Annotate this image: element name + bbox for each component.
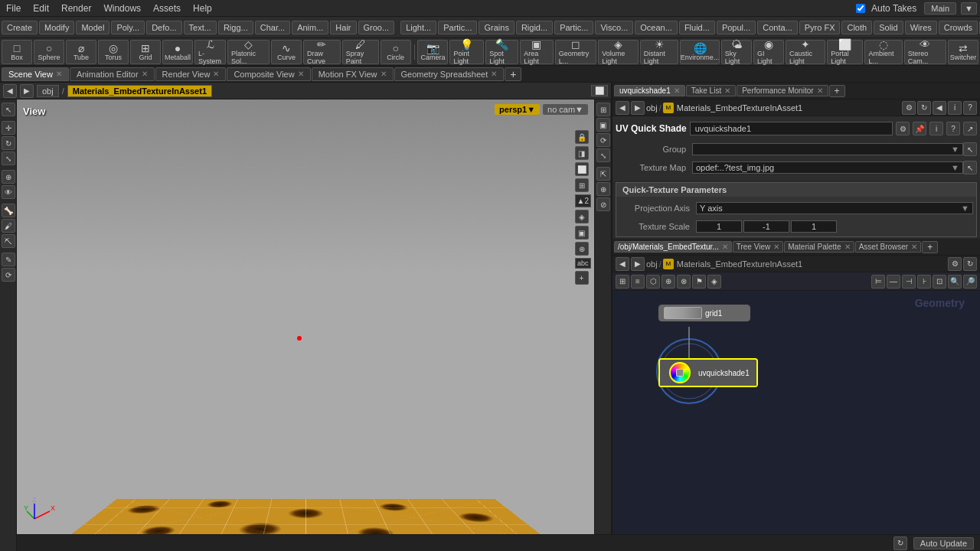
vrt-btn6[interactable]: ⊕ [596, 182, 610, 196]
shelf-char[interactable]: Char... [255, 21, 290, 34]
vp-geo-btn[interactable]: ◈ [575, 210, 589, 223]
vp-lock-btn[interactable]: 🔒 [575, 130, 589, 144]
vlt-edit[interactable]: ✎ [2, 253, 15, 266]
menu-render[interactable]: Render [58, 2, 94, 15]
shelf-solid[interactable]: Solid [874, 21, 903, 34]
shelf-poly[interactable]: Poly... [111, 21, 145, 34]
auto-update-btn[interactable]: Auto Update [913, 537, 974, 549]
tool-metaball[interactable]: ●Metaball [162, 40, 193, 64]
vlt-viewstate[interactable]: 👁 [2, 185, 15, 199]
viewport-3d[interactable]: ↖ ✛ ↻ ⤡ ⊕ 👁 🦴 🖌 ⛏ ✎ ⟳ [0, 99, 611, 551]
vp-disp-btn[interactable]: ⬜ [575, 162, 589, 176]
tab-close-scene[interactable]: ✕ [56, 70, 62, 78]
shelf-modify[interactable]: Modify [39, 21, 74, 34]
uvqs-pin-btn[interactable]: 📌 [913, 122, 926, 135]
shelf-crowds[interactable]: Crowds [939, 21, 978, 34]
path-collapse-btn[interactable]: ◀ [933, 101, 946, 115]
shelf-anim[interactable]: Anim... [292, 21, 328, 34]
rtab-perfmon[interactable]: Performance Monitor ✕ [737, 85, 828, 96]
vlt-handle[interactable]: ⊕ [2, 170, 15, 184]
tab-geo-spreadsheet[interactable]: Geometry Spreadsheet ✕ [394, 67, 505, 81]
tool-spotlight[interactable]: 🔦Spot Light [485, 40, 518, 64]
vrt-btn5[interactable]: ⇱ [596, 167, 610, 181]
ne-grid-btn[interactable]: ⊞ [616, 275, 629, 289]
tool-volumelight[interactable]: ◈Volume Light [598, 40, 638, 64]
ne-net-btn[interactable]: ⬡ [646, 275, 660, 289]
ntab-close-mat[interactable]: ✕ [722, 243, 728, 251]
rtab-uvquickshade[interactable]: uvquickshade1 ✕ [614, 85, 685, 96]
group-dropdown[interactable]: ▼ [692, 143, 963, 155]
vlt-move[interactable]: ✛ [2, 121, 15, 135]
vrt-btn7[interactable]: ⊘ [596, 197, 610, 211]
shelf-rigid[interactable]: Rigid... [516, 21, 553, 34]
menu-windows[interactable]: Windows [100, 2, 144, 15]
path-settings-btn[interactable]: ⚙ [902, 101, 916, 115]
vp-bg-btn[interactable]: ▣ [575, 226, 589, 240]
shelf-rigg[interactable]: Rigg... [218, 21, 253, 34]
vp-wire-btn[interactable]: ⊞ [575, 178, 589, 192]
texmap-dropdown[interactable]: opdef:..?test_img.jpg ▼ [692, 161, 963, 174]
ntab-close-matpal[interactable]: ✕ [844, 243, 851, 251]
tab-close-render[interactable]: ✕ [213, 70, 219, 78]
shelf-fluid[interactable]: Fluid... [679, 21, 715, 34]
tool-lsystem[interactable]: ℒL-System [194, 40, 226, 64]
rtab-close-take[interactable]: ✕ [724, 86, 730, 95]
tab-render-view[interactable]: Render View ✕ [155, 67, 227, 81]
tool-torus[interactable]: ◎Torus [98, 40, 129, 64]
vlt-select[interactable]: ↖ [2, 103, 15, 116]
texmap-browse-btn[interactable]: ↖ [963, 161, 977, 174]
tool-ambientlight[interactable]: ◌Ambient L... [864, 40, 902, 64]
uvqs-info-btn[interactable]: i [929, 122, 943, 135]
menu-assets[interactable]: Assets [150, 2, 184, 15]
vrt-btn2[interactable]: ▣ [596, 118, 610, 132]
rtab-close-uvqs[interactable]: ✕ [674, 86, 680, 95]
menu-help[interactable]: Help [190, 2, 215, 15]
viewport-content[interactable]: View persp1▼ no cam▼ X Y Z [17, 99, 594, 534]
vp-back-btn[interactable]: ◀ [3, 84, 17, 98]
tab-composite-view[interactable]: Composite View ✕ [227, 67, 310, 81]
ntab-matpalette[interactable]: Material Palette ✕ [784, 241, 854, 253]
group-picker-btn[interactable]: ↖ [963, 142, 977, 156]
shelf-wires[interactable]: Wires [905, 21, 937, 34]
shelf-light[interactable]: Light... [400, 21, 436, 34]
ne-asset[interactable]: Materials_EmbedTextureInAsset1 [677, 259, 802, 269]
proj-axis-dropdown[interactable]: Y axis ▼ [696, 202, 973, 214]
tool-curve[interactable]: ∿Curve [271, 40, 302, 64]
vlt-pose[interactable]: 🦴 [2, 204, 15, 217]
ne-settings-btn[interactable]: ⚙ [948, 257, 962, 271]
tex-scale-z[interactable] [791, 220, 837, 233]
ne-display-btn[interactable]: ◈ [707, 275, 721, 289]
node-grid1[interactable]: grid1 [658, 305, 750, 321]
tex-scale-y[interactable] [743, 220, 789, 233]
ne-zoom-out-btn[interactable]: 🔎 [963, 275, 977, 289]
ne-filter-btn[interactable]: ⊕ [662, 275, 675, 289]
tool-circle[interactable]: ○Circle [381, 40, 411, 64]
shelf-hair[interactable]: Hair [330, 21, 356, 34]
shelf-model[interactable]: Model [76, 21, 109, 34]
shelf-partic[interactable]: Partic... [438, 21, 477, 34]
path-info-btn[interactable]: i [948, 101, 962, 115]
vp-extra-btn[interactable]: + [575, 271, 589, 285]
shelf-visco[interactable]: Visco... [595, 21, 633, 34]
menu-edit[interactable]: Edit [30, 2, 52, 15]
path-help-btn[interactable]: ? [963, 101, 977, 115]
tool-distantlight[interactable]: ☀Distant Light [640, 40, 679, 64]
ntab-assetbrowser[interactable]: Asset Browser ✕ [855, 241, 921, 253]
path-obj[interactable]: obj [646, 103, 658, 112]
tab-add[interactable]: + [505, 67, 521, 81]
ne-obj[interactable]: obj [646, 259, 658, 269]
shelf-defo[interactable]: Defo... [146, 21, 181, 34]
ntab-add[interactable]: + [922, 241, 938, 253]
ne-auto-btn[interactable]: ⊡ [933, 275, 946, 289]
path-forward-btn[interactable]: ▶ [631, 101, 645, 115]
ne-move-btn[interactable]: ⊣ [902, 275, 916, 289]
vp-forward-btn[interactable]: ▶ [20, 84, 34, 98]
ntab-materials[interactable]: /obj/Materials_EmbedTextur... ✕ [614, 241, 732, 253]
ne-snap-btn[interactable]: — [887, 275, 900, 289]
ne-align-btn[interactable]: ⊨ [871, 275, 885, 289]
shelf-conta[interactable]: Conta... [757, 21, 798, 34]
uvqs-name-input[interactable] [690, 122, 893, 135]
tool-pointlight[interactable]: 💡Point Light [449, 40, 484, 64]
uvqs-extra-btn[interactable]: ↗ [963, 122, 977, 135]
tool-env[interactable]: 🌐Environme... [680, 40, 719, 64]
